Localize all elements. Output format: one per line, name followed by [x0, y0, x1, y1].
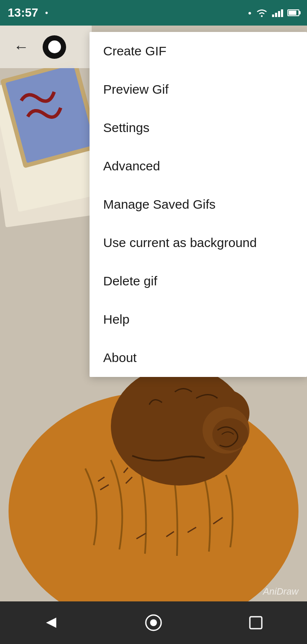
wifi-icon	[256, 8, 268, 17]
back-arrow-icon: ←	[14, 38, 29, 56]
app-bar: ←	[0, 26, 92, 68]
status-icons: ●	[248, 8, 299, 17]
menu-item-about[interactable]: About	[90, 339, 307, 377]
nav-home-button[interactable]	[136, 606, 171, 640]
nav-bar	[0, 601, 307, 644]
menu-item-manage-saved-gifs[interactable]: Manage Saved Gifs	[90, 185, 307, 224]
battery-icon	[287, 9, 299, 16]
svg-rect-17	[250, 617, 262, 629]
svg-point-16	[150, 619, 157, 626]
svg-point-13	[261, 15, 263, 17]
notification-dot: ●	[248, 9, 252, 16]
svg-marker-14	[46, 618, 56, 628]
nav-recents-icon	[248, 615, 264, 630]
app-icon-inner	[48, 40, 61, 53]
anidraw-watermark: AniDraw	[263, 586, 298, 597]
app-icon	[43, 35, 66, 59]
menu-item-use-current-as-background[interactable]: Use current as background	[90, 224, 307, 262]
menu-item-settings[interactable]: Settings	[90, 109, 307, 147]
menu-item-create-gif[interactable]: Create GIF	[90, 32, 307, 70]
nav-back-icon	[43, 614, 60, 631]
status-dot: •	[45, 8, 48, 18]
dropdown-menu: Create GIF Preview Gif Settings Advanced…	[90, 32, 307, 377]
nav-recents-button[interactable]	[239, 606, 273, 640]
nav-home-icon	[144, 613, 163, 632]
nav-back-button[interactable]	[34, 606, 68, 640]
signal-icon	[272, 9, 283, 17]
menu-item-preview-gif[interactable]: Preview Gif	[90, 70, 307, 109]
menu-item-advanced[interactable]: Advanced	[90, 147, 307, 185]
status-bar: 13:57 • ●	[0, 0, 307, 26]
back-button[interactable]: ←	[9, 34, 34, 60]
menu-item-help[interactable]: Help	[90, 300, 307, 339]
status-time: 13:57	[8, 6, 38, 20]
menu-item-delete-gif[interactable]: Delete gif	[90, 262, 307, 300]
